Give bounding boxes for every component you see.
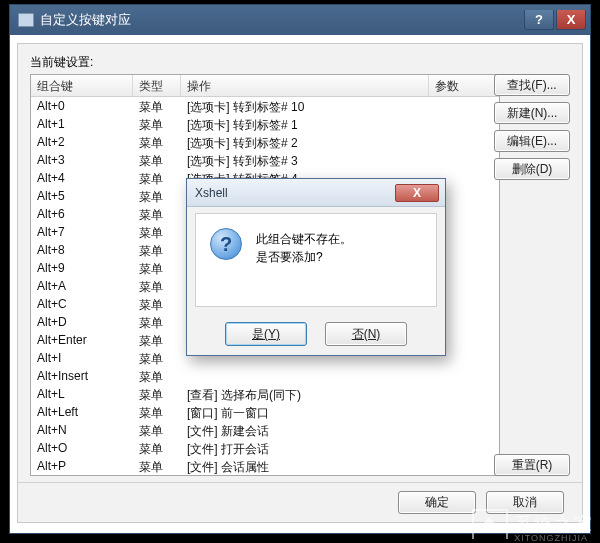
- cell-action: [文件] 新建会话: [181, 422, 429, 438]
- cell-key: Alt+L: [31, 386, 133, 402]
- table-row[interactable]: Alt+Left菜单[窗口] 前一窗口: [31, 403, 499, 421]
- table-row[interactable]: Alt+2菜单[选项卡] 转到标签# 2: [31, 133, 499, 151]
- cell-key: Alt+I: [31, 350, 133, 366]
- cancel-button[interactable]: 取消: [486, 491, 564, 514]
- col-combo[interactable]: 组合键: [31, 75, 133, 96]
- cell-key: Alt+6: [31, 206, 133, 222]
- cell-key: Alt+8: [31, 242, 133, 258]
- table-row[interactable]: Alt+N菜单[文件] 新建会话: [31, 421, 499, 439]
- modal-close-button[interactable]: X: [395, 184, 439, 202]
- cell-type: 菜单: [133, 116, 181, 132]
- col-type[interactable]: 类型: [133, 75, 181, 96]
- modal-message: 此组合键不存在。 是否要添加?: [256, 228, 352, 292]
- table-row[interactable]: Alt+3菜单[选项卡] 转到标签# 3: [31, 151, 499, 169]
- table-row[interactable]: Alt+L菜单[查看] 选择布局(同下): [31, 385, 499, 403]
- close-button[interactable]: X: [556, 10, 586, 30]
- reset-button[interactable]: 重置(R): [494, 454, 570, 476]
- cell-key: Alt+O: [31, 440, 133, 456]
- cell-action: [选项卡] 转到标签# 2: [181, 134, 429, 150]
- current-setting-label: 当前键设置:: [30, 54, 570, 71]
- modal-title: Xshell: [195, 186, 395, 200]
- question-icon: ?: [210, 228, 242, 260]
- cell-key: Alt+4: [31, 170, 133, 186]
- col-action[interactable]: 操作: [181, 75, 429, 96]
- dialog-footer: 确定 取消: [18, 482, 582, 522]
- cell-param: [429, 440, 497, 456]
- table-row[interactable]: Alt+O菜单[文件] 打开会话: [31, 439, 499, 457]
- table-row[interactable]: Alt+P菜单[文件] 会话属性: [31, 457, 499, 475]
- cell-param: [429, 404, 497, 420]
- cell-type: 菜单: [133, 260, 181, 276]
- cell-param: [429, 368, 497, 384]
- cell-type: 菜单: [133, 386, 181, 402]
- cell-action: [181, 368, 429, 384]
- cell-action: [选项卡] 转到标签# 3: [181, 152, 429, 168]
- cell-param: [429, 116, 497, 132]
- cell-type: 菜单: [133, 440, 181, 456]
- cell-param: [429, 152, 497, 168]
- modal-button-row: 是(Y) 否(N): [187, 313, 445, 355]
- cell-type: 菜单: [133, 368, 181, 384]
- cell-param: [429, 134, 497, 150]
- yes-label: 是(Y): [252, 326, 280, 343]
- modal-body: ? 此组合键不存在。 是否要添加?: [195, 213, 437, 307]
- cell-type: 菜单: [133, 314, 181, 330]
- window-title: 自定义按键对应: [40, 11, 524, 29]
- cell-param: [429, 98, 497, 114]
- new-button[interactable]: 新建(N)...: [494, 102, 570, 124]
- cell-key: Alt+3: [31, 152, 133, 168]
- cell-action: [查看] 选择布局(同下): [181, 386, 429, 402]
- cell-param: [429, 422, 497, 438]
- cell-key: Alt+Insert: [31, 368, 133, 384]
- cell-key: Alt+P: [31, 458, 133, 474]
- yes-button[interactable]: 是(Y): [225, 322, 307, 346]
- cell-key: Alt+5: [31, 188, 133, 204]
- cell-action: [文件] 会话属性: [181, 458, 429, 474]
- cell-param: [429, 386, 497, 402]
- reset-button-wrap: 重置(R): [494, 454, 570, 476]
- cell-type: 菜单: [133, 350, 181, 366]
- cell-action: [选项卡] 转到标签# 1: [181, 116, 429, 132]
- modal-line1: 此组合键不存在。: [256, 230, 352, 248]
- cell-key: Alt+N: [31, 422, 133, 438]
- modal-line2: 是否要添加?: [256, 248, 352, 266]
- app-icon: [18, 13, 34, 27]
- table-row[interactable]: Alt+0菜单[选项卡] 转到标签# 10: [31, 97, 499, 115]
- edit-button[interactable]: 编辑(E)...: [494, 130, 570, 152]
- cell-type: 菜单: [133, 170, 181, 186]
- cell-key: Alt+C: [31, 296, 133, 312]
- col-param[interactable]: 参数: [429, 75, 497, 96]
- cell-key: Alt+Left: [31, 404, 133, 420]
- cell-param: [429, 458, 497, 474]
- delete-button[interactable]: 删除(D): [494, 158, 570, 180]
- no-button[interactable]: 否(N): [325, 322, 407, 346]
- cell-key: Alt+2: [31, 134, 133, 150]
- cell-key: Alt+7: [31, 224, 133, 240]
- cell-key: Alt+1: [31, 116, 133, 132]
- no-label: 否(N): [352, 326, 381, 343]
- cell-key: Alt+9: [31, 260, 133, 276]
- cell-key: Alt+0: [31, 98, 133, 114]
- cell-action: [选项卡] 转到标签# 10: [181, 98, 429, 114]
- table-header: 组合键 类型 操作 参数: [31, 75, 499, 97]
- modal-titlebar: Xshell X: [187, 179, 445, 207]
- help-button[interactable]: ?: [524, 10, 554, 30]
- cell-type: 菜单: [133, 296, 181, 312]
- side-button-group: 查找(F)... 新建(N)... 编辑(E)... 删除(D): [494, 74, 570, 180]
- cell-type: 菜单: [133, 206, 181, 222]
- find-button[interactable]: 查找(F)...: [494, 74, 570, 96]
- cell-type: 菜单: [133, 134, 181, 150]
- ok-button[interactable]: 确定: [398, 491, 476, 514]
- cell-type: 菜单: [133, 422, 181, 438]
- table-row[interactable]: Alt+Insert菜单: [31, 367, 499, 385]
- watermark-sub: XITONGZHIJIA: [514, 533, 588, 543]
- table-row[interactable]: Alt+1菜单[选项卡] 转到标签# 1: [31, 115, 499, 133]
- cell-type: 菜单: [133, 332, 181, 348]
- cell-type: 菜单: [133, 224, 181, 240]
- xshell-confirm-dialog: Xshell X ? 此组合键不存在。 是否要添加? 是(Y) 否(N): [186, 178, 446, 356]
- cell-action: [文件] 打开会话: [181, 440, 429, 456]
- cell-action: [窗口] 前一窗口: [181, 404, 429, 420]
- cell-key: Alt+Enter: [31, 332, 133, 348]
- cell-type: 菜单: [133, 152, 181, 168]
- cell-type: 菜单: [133, 98, 181, 114]
